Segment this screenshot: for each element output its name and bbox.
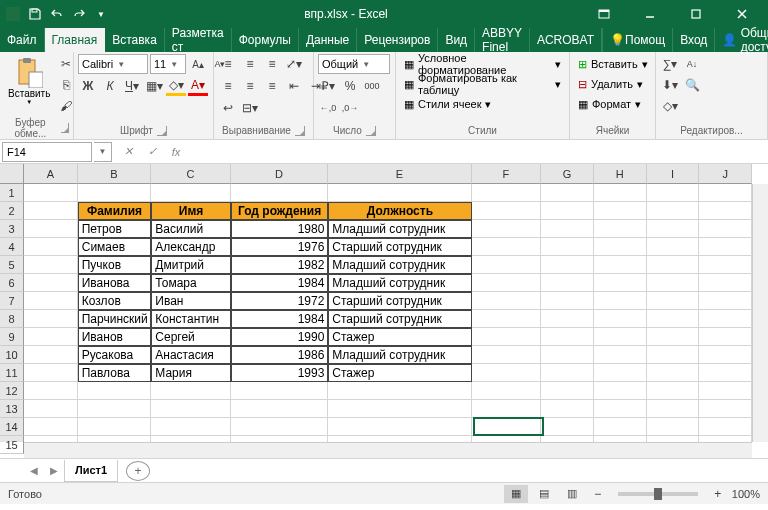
column-header[interactable]: B <box>78 164 152 184</box>
tab-view[interactable]: Вид <box>438 28 475 52</box>
cell[interactable] <box>541 310 594 328</box>
vertical-scrollbar[interactable] <box>752 184 768 442</box>
font-name-combo[interactable]: Calibri▼ <box>78 54 148 74</box>
cell[interactable] <box>594 346 647 364</box>
cell[interactable] <box>472 184 542 202</box>
tab-file[interactable]: Файл <box>0 28 45 52</box>
cell[interactable]: Пучков <box>78 256 152 274</box>
cell[interactable] <box>24 292 78 310</box>
indent-decrease-icon[interactable]: ⇤ <box>284 76 304 96</box>
cells-area[interactable]: ФамилияИмяГод рожденияДолжностьПетровВас… <box>24 184 752 442</box>
cell[interactable]: Петров <box>78 220 152 238</box>
align-left-icon[interactable]: ≡ <box>218 76 238 96</box>
comma-icon[interactable]: 000 <box>362 76 382 96</box>
add-sheet-icon[interactable]: + <box>126 461 150 481</box>
cell[interactable] <box>647 220 700 238</box>
cell[interactable]: 1980 <box>231 220 328 238</box>
cell[interactable] <box>699 364 752 382</box>
row-header[interactable]: 10 <box>0 346 24 364</box>
cell[interactable]: Младший сотрудник <box>328 220 471 238</box>
column-header[interactable]: D <box>231 164 328 184</box>
cell[interactable]: Старший сотрудник <box>328 238 471 256</box>
column-header[interactable]: F <box>472 164 542 184</box>
cell[interactable] <box>328 418 471 436</box>
column-header[interactable]: E <box>328 164 471 184</box>
cell[interactable] <box>472 346 542 364</box>
cell[interactable] <box>541 274 594 292</box>
cell[interactable] <box>647 418 700 436</box>
column-header[interactable]: C <box>151 164 231 184</box>
cell[interactable] <box>647 364 700 382</box>
cell[interactable] <box>24 400 78 418</box>
sheet-nav-next-icon[interactable]: ▶ <box>44 461 64 481</box>
sort-filter-icon[interactable]: A↓ <box>682 54 702 74</box>
cell[interactable] <box>699 274 752 292</box>
cell[interactable]: Сергей <box>151 328 231 346</box>
cell[interactable]: Год рождения <box>231 202 328 220</box>
cell[interactable]: 1976 <box>231 238 328 256</box>
enter-formula-icon[interactable]: ✓ <box>142 142 162 162</box>
row-header[interactable]: 14 <box>0 418 24 436</box>
cell[interactable]: Младший сотрудник <box>328 256 471 274</box>
increase-font-icon[interactable]: A▴ <box>188 54 208 74</box>
row-header[interactable]: 12 <box>0 382 24 400</box>
row-header[interactable]: 3 <box>0 220 24 238</box>
fx-icon[interactable]: fx <box>166 142 186 162</box>
save-icon[interactable] <box>26 5 44 23</box>
bold-icon[interactable]: Ж <box>78 76 98 96</box>
cell[interactable]: Анастасия <box>151 346 231 364</box>
cell[interactable]: Иван <box>151 292 231 310</box>
cell[interactable] <box>231 418 328 436</box>
cell[interactable] <box>78 418 152 436</box>
cell[interactable] <box>24 310 78 328</box>
align-middle-icon[interactable]: ≡ <box>240 54 260 74</box>
cell[interactable] <box>594 364 647 382</box>
underline-icon[interactable]: Ч▾ <box>122 76 142 96</box>
cell[interactable] <box>24 220 78 238</box>
cell[interactable] <box>594 220 647 238</box>
cell[interactable] <box>472 400 542 418</box>
cell[interactable] <box>699 184 752 202</box>
column-header[interactable]: J <box>699 164 752 184</box>
cell[interactable] <box>541 220 594 238</box>
cell[interactable] <box>647 382 700 400</box>
cell[interactable]: 1972 <box>231 292 328 310</box>
minimize-icon[interactable] <box>628 0 672 28</box>
cell[interactable] <box>541 400 594 418</box>
cell[interactable]: Василий <box>151 220 231 238</box>
wrap-text-icon[interactable]: ↩ <box>218 98 238 118</box>
cell[interactable] <box>472 274 542 292</box>
cell[interactable] <box>78 382 152 400</box>
cell[interactable] <box>472 220 542 238</box>
cell[interactable] <box>647 292 700 310</box>
cell[interactable] <box>472 256 542 274</box>
cell[interactable] <box>24 364 78 382</box>
cell[interactable] <box>541 328 594 346</box>
cell[interactable] <box>594 310 647 328</box>
cell[interactable] <box>647 202 700 220</box>
fill-icon[interactable]: ⬇▾ <box>660 75 680 95</box>
cell[interactable] <box>699 202 752 220</box>
name-box[interactable]: F14 <box>2 142 92 162</box>
tell-me[interactable]: 💡Помощ <box>602 28 672 52</box>
paste-button[interactable]: Вставить▼ <box>4 54 54 107</box>
row-header[interactable]: 15 <box>0 436 24 454</box>
row-header[interactable]: 1 <box>0 184 24 202</box>
format-as-table-button[interactable]: ▦Форматировать как таблицу▾ <box>400 74 565 94</box>
row-header[interactable]: 9 <box>0 328 24 346</box>
cell[interactable]: Русакова <box>78 346 152 364</box>
close-icon[interactable] <box>720 0 764 28</box>
cell[interactable] <box>594 256 647 274</box>
cell[interactable] <box>541 256 594 274</box>
zoom-in-icon[interactable]: + <box>708 484 728 504</box>
format-cells-button[interactable]: ▦Формат▾ <box>574 94 645 114</box>
cell[interactable]: Младший сотрудник <box>328 346 471 364</box>
qat-dropdown-icon[interactable]: ▼ <box>92 5 110 23</box>
tab-acrobat[interactable]: ACROBAT <box>530 28 602 52</box>
maximize-icon[interactable] <box>674 0 718 28</box>
cell[interactable]: Имя <box>151 202 231 220</box>
cell[interactable] <box>647 184 700 202</box>
cell[interactable]: Мария <box>151 364 231 382</box>
cell[interactable] <box>699 346 752 364</box>
cell[interactable] <box>699 256 752 274</box>
